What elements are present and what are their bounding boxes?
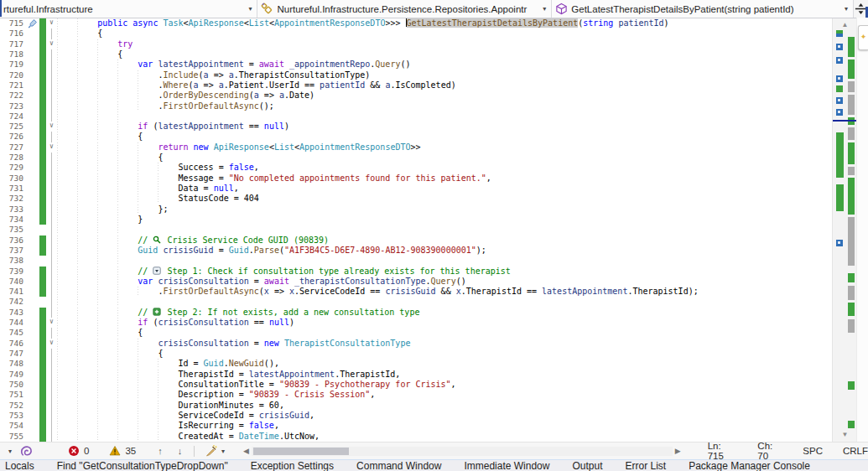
document-health-icon[interactable] (20, 445, 33, 458)
code-line[interactable]: 727∨return new ApiResponse<List<Appointm… (0, 142, 833, 153)
fold-chevron-icon[interactable]: ∨ (46, 318, 57, 328)
code-line[interactable]: 742 (0, 297, 833, 307)
code-line[interactable]: 725∨if (latestAppointment == null) (0, 122, 833, 132)
code-line[interactable]: 728{ (0, 153, 833, 163)
panel-tab[interactable]: Immediate Window (464, 460, 549, 471)
code-line[interactable]: 720.Include(a => a.TherapistConsultation… (0, 70, 833, 80)
type-dropdown[interactable]: Nurtureful.Infrastructure.Persistence.Re… (257, 0, 552, 18)
code-line[interactable]: 724 (0, 111, 833, 122)
code-line[interactable]: 726{ (0, 132, 833, 142)
previous-issue-arrow-icon[interactable]: ↑ (158, 446, 163, 456)
code-line[interactable]: 719var latestAppointment = await _appoin… (0, 60, 833, 70)
fold-chevron-icon[interactable]: ∨ (46, 142, 57, 153)
scrollbar-mark (836, 30, 843, 37)
scrollbar-annotation-bar (848, 167, 855, 175)
code-line[interactable]: 738 (0, 256, 833, 266)
code-line[interactable]: 741.FirstOrDefaultAsync(x => x.ServiceCo… (0, 287, 833, 297)
warning-icon[interactable] (109, 445, 121, 457)
code-line[interactable]: 729Success = false, (0, 163, 833, 173)
code-line[interactable]: 751Description = "90839 - Crisis Session… (0, 390, 833, 400)
fold-guide (46, 204, 57, 215)
fold-guide (46, 432, 57, 442)
code-line[interactable]: 746∨crisisConsultation = new TherapistCo… (0, 339, 833, 349)
code-line[interactable]: 731Data = null, (0, 184, 833, 194)
change-tracking-bar (39, 194, 46, 204)
panel-tab[interactable]: Command Window (356, 460, 441, 471)
code-line[interactable]: 745{ (0, 328, 833, 338)
panel-tab[interactable]: Error List (626, 460, 667, 471)
code-line[interactable]: 737Guid crisisGuid = Guid.Parse("A1F3B4C… (0, 246, 833, 256)
code-line[interactable]: 740var crisisConsultation = await _thera… (0, 277, 833, 287)
hscroll-right-arrow-icon[interactable]: ▶ (675, 447, 681, 455)
member-dropdown[interactable]: GetLatestTherapistDetailsByPatient(strin… (552, 0, 854, 18)
fold-guide (46, 28, 57, 39)
warning-count[interactable]: 35 (125, 446, 136, 456)
code-line[interactable]: 734} (0, 215, 833, 225)
code-line[interactable]: 733}; (0, 204, 833, 215)
code-line[interactable]: 754IsRecurring = false, (0, 421, 833, 431)
fold-chevron-icon[interactable]: ∨ (46, 339, 57, 349)
code-line[interactable]: 750ConsultationTitle = "90839 - Psychoth… (0, 380, 833, 390)
panel-tab[interactable]: Locals (5, 460, 34, 471)
code-line[interactable]: 743// Step 2: If not exists, add a new c… (0, 308, 833, 318)
code-line[interactable]: 715∨public async Task<ApiResponse<List<A… (0, 18, 833, 28)
code-cleanup-broom-icon[interactable] (205, 444, 218, 458)
panel-tab[interactable]: Package Manager Console (689, 460, 810, 471)
change-tracking-bar (39, 246, 46, 256)
code-cleanup-dropdown-arrow-icon[interactable]: ▾ (221, 448, 225, 455)
type-dropdown-label: Nurtureful.Infrastructure.Persistence.Re… (277, 4, 538, 14)
fold-chevron-icon[interactable]: ∨ (46, 39, 57, 49)
code-line[interactable]: 721.Where(a => a.Patient.UserId == patie… (0, 80, 833, 91)
glyph-margin (27, 132, 39, 142)
change-tracking-bar (39, 359, 46, 369)
lightbulb-flyout[interactable]: ✦ (858, 25, 868, 50)
glyph-margin (27, 236, 39, 246)
glyph-margin (27, 111, 39, 122)
project-dropdown[interactable]: rtureful.Infrastructure ▾ (0, 0, 257, 18)
glyph-margin (27, 318, 39, 328)
code-line[interactable]: 749TherapistId = latestAppointment.Thera… (0, 370, 833, 380)
code-line[interactable]: 718{ (0, 49, 833, 60)
code-line[interactable]: 717∨try (0, 39, 833, 49)
change-tracking-bar (39, 153, 46, 163)
code-text: .Include(a => a.TherapistConsultationTyp… (57, 70, 833, 80)
code-line[interactable]: 735 (0, 225, 833, 235)
fold-guide (46, 194, 57, 204)
panel-tab[interactable]: Output (572, 460, 602, 471)
code-line[interactable]: 732StatusCode = 404 (0, 194, 833, 204)
code-line[interactable]: 722.OrderByDescending(a => a.Date) (0, 91, 833, 101)
code-line[interactable]: 716{ (0, 28, 833, 39)
change-tracking-bar (39, 101, 46, 111)
next-issue-arrow-icon[interactable]: ↓ (178, 446, 183, 456)
glyph-margin (27, 122, 39, 132)
panel-tab[interactable]: Find "GetConsultationTypeDropDown" (57, 460, 228, 471)
scrollbar-up-arrow-icon[interactable]: ▲ (833, 21, 857, 29)
code-line[interactable]: 723.FirstOrDefaultAsync(); (0, 101, 833, 111)
scrollbar-caret-position (833, 120, 857, 122)
scrollbar-annotation-bar (848, 273, 855, 282)
error-count[interactable]: 0 (84, 446, 89, 456)
horizontal-scrollbar[interactable] (252, 447, 673, 456)
code-line[interactable]: 730Message = "No completed appointments … (0, 173, 833, 184)
code-line[interactable]: 748Id = Guid.NewGuid(), (0, 359, 833, 369)
line-number: 718 (0, 49, 27, 60)
vertical-scrollbar[interactable]: ▲ ▼ (832, 18, 857, 442)
glyph-margin (27, 49, 39, 60)
fold-chevron-icon[interactable]: ∨ (46, 122, 57, 132)
code-line[interactable]: 752DurationMinutes = 60, (0, 401, 833, 411)
horizontal-scrollbar-thumb[interactable] (253, 448, 349, 455)
scrollbar-change-mark (836, 132, 844, 178)
code-line[interactable]: 739// Step 1: Check if consultation type… (0, 267, 833, 277)
hscroll-left-arrow-icon[interactable]: ◀ (243, 447, 249, 455)
code-line[interactable]: 744∨if (crisisConsultation == null) (0, 318, 833, 328)
panel-tab[interactable]: Exception Settings (251, 460, 334, 471)
error-icon[interactable] (68, 445, 80, 457)
code-line[interactable]: 736// Crisis Service Code GUID (90839) (0, 236, 833, 246)
health-dropdown-arrow-icon[interactable]: ▾ (8, 448, 12, 455)
scrollbar-down-arrow-icon[interactable]: ▼ (833, 431, 857, 439)
code-line[interactable]: 755CreatedAt = DateTime.UtcNow, (0, 432, 833, 442)
quick-actions-screwdriver-icon[interactable] (27, 18, 39, 28)
fold-chevron-icon[interactable]: ∨ (46, 18, 57, 28)
code-line[interactable]: 747{ (0, 349, 833, 359)
code-line[interactable]: 753ServiceCodeId = crisisGuid, (0, 411, 833, 421)
